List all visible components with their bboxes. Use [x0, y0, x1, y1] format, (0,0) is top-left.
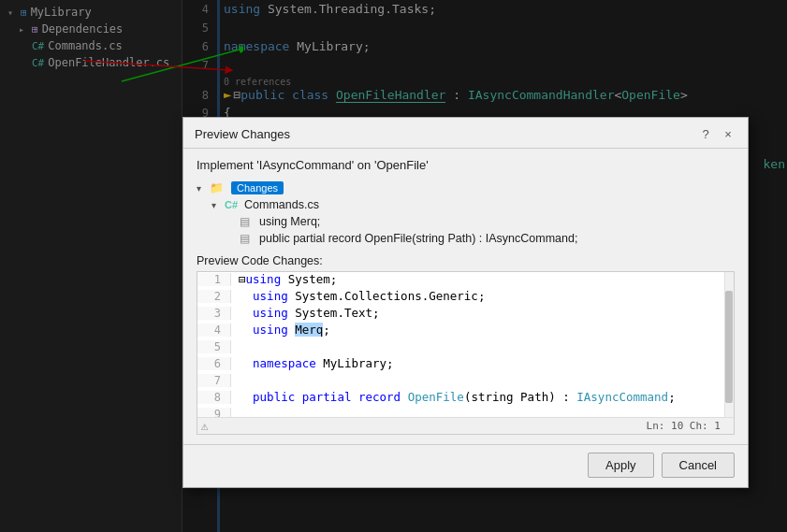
preview-code-content: public partial record OpenFile(string Pa…	[231, 390, 734, 404]
chevron-down-icon: ▾	[197, 183, 210, 194]
preview-line-4: 4 using Merq;	[197, 323, 734, 339]
preview-line-2: 2 using System.Collections.Generic;	[197, 289, 734, 306]
preview-line-number: 3	[197, 307, 231, 320]
preview-line-1: 1 ⊟using System;	[197, 272, 734, 289]
apply-button[interactable]: Apply	[588, 453, 654, 478]
preview-line-7: 7	[197, 373, 734, 390]
file-icon: ▤	[240, 232, 256, 245]
preview-code-content	[231, 339, 734, 353]
tree-item-label: public partial record OpenFile(string Pa…	[259, 232, 577, 245]
folder-icon: 📁	[210, 181, 226, 194]
preview-statusbar: Ln: 10 Ch: 1	[197, 417, 734, 434]
help-button[interactable]: ?	[697, 125, 714, 142]
tree-item-using-merq[interactable]: ▤ using Merq;	[197, 213, 735, 230]
tree-view: ▾ 📁 Changes ▾ C# Commands.cs ▤ using Mer…	[197, 180, 735, 247]
code-preview-box[interactable]: 1 ⊟using System; 2 using System.Collecti…	[197, 271, 735, 435]
warning-icon: ⚠	[201, 419, 209, 433]
preview-code-label: Preview Code Changes:	[197, 254, 735, 267]
csharp-icon: C#	[225, 199, 241, 210]
preview-line-8: 8 public partial record OpenFile(string …	[197, 390, 734, 407]
preview-code-content	[231, 373, 734, 387]
scrollbar-thumb[interactable]	[725, 291, 733, 403]
modal-body: Implement 'IAsyncCommand' on 'OpenFile' …	[183, 149, 748, 444]
tree-item-record[interactable]: ▤ public partial record OpenFile(string …	[197, 230, 735, 247]
preview-line-3: 3 using System.Text;	[197, 306, 734, 323]
tree-item-label: using Merq;	[259, 215, 320, 228]
preview-line-6: 6 namespace MyLibrary;	[197, 356, 734, 373]
preview-code-content: using System.Text;	[231, 306, 734, 320]
preview-code-content: ⊟using System;	[231, 272, 734, 286]
preview-line-number: 7	[197, 374, 231, 387]
changes-badge: Changes	[231, 181, 284, 194]
cancel-button[interactable]: Cancel	[662, 453, 735, 478]
preview-line-number: 5	[197, 340, 231, 353]
preview-code-content: namespace MyLibrary;	[231, 356, 734, 370]
status-position: Ln: 10 Ch: 1	[647, 420, 721, 432]
tree-item-changes[interactable]: ▾ 📁 Changes	[197, 180, 735, 196]
file-icon: ▤	[240, 215, 256, 228]
modal-description: Implement 'IAsyncCommand' on 'OpenFile'	[197, 158, 735, 172]
preview-line-number: 1	[197, 273, 231, 286]
close-button[interactable]: ×	[720, 125, 736, 142]
tree-item-label: Commands.cs	[244, 198, 319, 211]
modal-title: Preview Changes	[195, 127, 290, 141]
titlebar-buttons: ? ×	[697, 125, 736, 142]
preview-line-number: 2	[197, 290, 231, 303]
preview-line-number: 4	[197, 324, 231, 337]
preview-changes-modal: Preview Changes ? × Implement 'IAsyncCom…	[182, 117, 749, 488]
modal-titlebar: Preview Changes ? ×	[183, 118, 748, 149]
chevron-down-icon: ▾	[211, 200, 225, 210]
preview-scrollbar[interactable]	[724, 272, 734, 434]
tree-item-commands-cs[interactable]: ▾ C# Commands.cs	[197, 196, 735, 213]
preview-line-5: 5	[197, 339, 734, 356]
preview-code-content: using System.Collections.Generic;	[231, 289, 734, 303]
modal-footer: Apply Cancel	[183, 444, 748, 487]
preview-code-content: using Merq;	[231, 323, 734, 337]
preview-line-number: 6	[197, 357, 231, 370]
preview-line-number: 8	[197, 391, 231, 404]
